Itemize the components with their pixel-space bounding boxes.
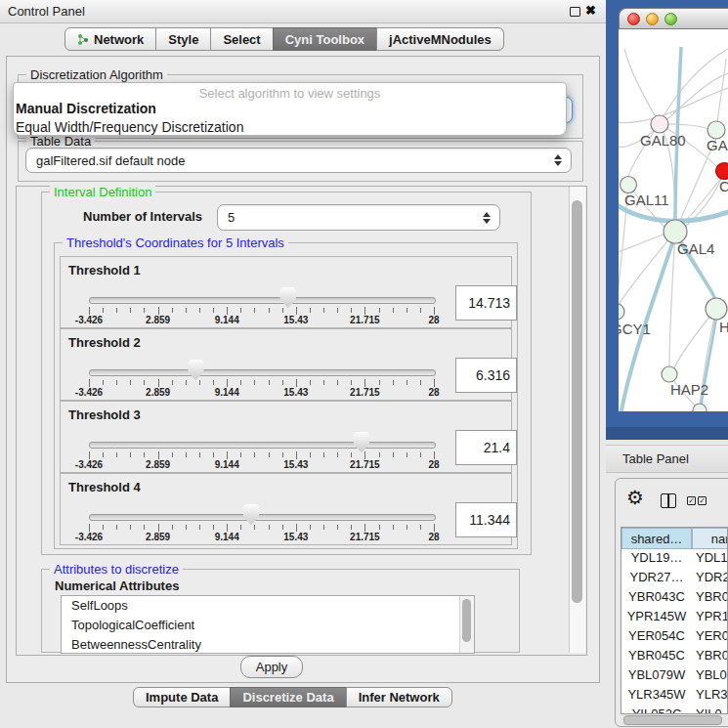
slider-tick-label: 15.43 (283, 387, 308, 398)
table-row[interactable]: YBR043CYBR0 (621, 589, 728, 609)
threshold-value-field[interactable]: 21.4 (455, 430, 517, 465)
slider-tick-label: 2.859 (146, 315, 170, 325)
slider-tick (337, 308, 338, 313)
minimize-button[interactable] (646, 13, 659, 25)
table-row[interactable]: YIL052CYIL0 (621, 707, 728, 714)
slider-tick-label: 9.144 (215, 532, 239, 542)
tab-network[interactable]: Network (64, 27, 156, 51)
network-canvas[interactable]: GAL80GALCGAL11GAL4GCY1HHAP2 (619, 29, 728, 411)
checkbox-icon[interactable]: ✓ (687, 496, 696, 505)
dropdown-placeholder: Select algorithm to view settings (14, 86, 566, 101)
attribute-item-selfloops[interactable]: SelfLoops (62, 596, 474, 616)
float-window-icon[interactable] (570, 7, 580, 17)
table-panel-titlebar: Table Panel (606, 445, 728, 473)
tab-label: Impute Data (146, 690, 218, 705)
column-header-name[interactable]: name (692, 528, 728, 549)
tab-jactivemnodules[interactable]: jActiveMNodules (376, 27, 504, 51)
horizontal-scrollbar[interactable] (621, 714, 727, 725)
vertical-scrollbar[interactable] (569, 187, 585, 653)
node-gal80[interactable] (651, 115, 668, 133)
slider-tick (393, 380, 394, 385)
network-edge (619, 88, 728, 123)
slider-handle[interactable] (353, 432, 369, 452)
columns-icon[interactable] (661, 493, 676, 508)
network-view-window[interactable]: GAL80GALCGAL11GAL4GCY1HHAP2 (606, 0, 728, 440)
table-row[interactable]: YER054CYER0 (621, 628, 728, 648)
slider-tick (254, 452, 255, 457)
scrollbar-thumb[interactable] (462, 599, 471, 642)
table-data-combobox[interactable]: galFiltered.sif default node (25, 148, 572, 173)
node-gal11[interactable] (621, 177, 637, 193)
slider-handle[interactable] (188, 360, 204, 380)
slider-handle[interactable] (242, 504, 259, 525)
slider-tick (379, 308, 380, 313)
top-tab-bar: NetworkStyleSelectCyni ToolboxjActiveMNo… (64, 27, 504, 51)
tab-infer-network[interactable]: Infer Network (346, 687, 452, 707)
numerical-attributes-list[interactable]: SelfLoopsTopologicalCoefficientBetweenne… (61, 595, 475, 654)
apply-button-label: Apply (256, 660, 288, 674)
table-row[interactable]: YDL19…YDL1 (621, 550, 728, 570)
panel-title: Control Panel (8, 4, 85, 19)
dropdown-option-equal-width-frequency-discretization[interactable]: Equal Width/Frequency Discretization (16, 118, 564, 137)
table-row[interactable]: YPR145WYPR1 (621, 609, 728, 628)
slider-tick (393, 308, 394, 313)
attribute-item-topologicalcoefficient[interactable]: TopologicalCoefficient (62, 616, 474, 635)
scrollbar-thumb[interactable] (572, 200, 582, 603)
tab-discretize-data[interactable]: Discretize Data (230, 687, 346, 707)
table-data-value: galFiltered.sif default node (36, 149, 185, 172)
gear-icon[interactable]: ⚙ (626, 488, 644, 507)
threshold-value-field[interactable]: 6.316 (455, 358, 517, 393)
table-row[interactable]: YBR045CYBR0 (621, 648, 728, 667)
node-hap2[interactable] (662, 366, 677, 382)
column-header-shared-name[interactable]: shared… (621, 528, 692, 549)
slider-track[interactable] (89, 442, 436, 449)
checkbox-icon[interactable]: ✓ (698, 496, 707, 505)
slider-tick-label: 28 (428, 459, 439, 470)
network-edge (716, 59, 726, 130)
table-row[interactable]: YBL079WYBL0 (621, 667, 728, 687)
numerical-attributes-label: Numerical Attributes (55, 578, 179, 593)
apply-button[interactable]: Apply (240, 656, 303, 678)
attribute-items: SelfLoopsTopologicalCoefficientBetweenne… (62, 596, 474, 654)
attributes-scrollbar[interactable] (459, 596, 474, 653)
slider-track[interactable] (89, 369, 436, 376)
tab-cyni-toolbox[interactable]: Cyni Toolbox (273, 27, 377, 51)
threshold-value-field[interactable]: 11.344 (455, 502, 517, 537)
network-window-titlebar[interactable] (619, 8, 728, 29)
node-c[interactable] (716, 163, 728, 180)
slider-tick (213, 452, 214, 457)
control-panel: Control Panel ✖ NetworkStyleSelectCyni T… (0, 0, 606, 728)
threshold-value-field[interactable]: 14.713 (455, 285, 517, 321)
slider-tick (240, 452, 241, 457)
node-gcy1[interactable] (619, 304, 624, 320)
node-h[interactable] (706, 298, 727, 320)
slider-tick (158, 379, 159, 387)
cell-name: YLR3 (696, 687, 728, 702)
slider-tick (282, 525, 283, 530)
table-row[interactable]: YLR345WYLR3 (621, 687, 728, 707)
cell-shared-name: YDR27… (621, 570, 692, 584)
dropdown-option-manual-discretization[interactable]: Manual Discretization (16, 100, 564, 118)
slider-tick (103, 525, 104, 530)
scrollbar-thumb[interactable] (623, 715, 722, 725)
slider-handle[interactable] (279, 287, 296, 308)
tab-select[interactable]: Select (210, 27, 273, 51)
tab-label: Discretize Data (242, 690, 333, 705)
tab-impute-data[interactable]: Impute Data (133, 687, 231, 707)
tab-style[interactable]: Style (155, 27, 211, 51)
zoom-button[interactable] (664, 13, 677, 25)
group-label: Discretization Algorithm (26, 67, 167, 82)
slider-tick (186, 380, 187, 385)
slider-track[interactable] (89, 297, 436, 304)
close-button[interactable] (627, 13, 640, 25)
close-icon[interactable]: ✖ (585, 3, 596, 18)
slider-tick-label: 21.715 (350, 315, 380, 325)
attribute-item-betweennesscentrality[interactable]: BetweennessCentrality (62, 635, 474, 654)
node-unlabeled[interactable] (693, 404, 707, 411)
slider-tick (351, 452, 352, 457)
slider-tick-label: 21.715 (350, 387, 380, 398)
table-row[interactable]: YDR27…YDR2 (621, 570, 728, 589)
slider-tick (364, 524, 365, 532)
slider-track[interactable] (89, 514, 436, 521)
num-intervals-spinner[interactable]: 5 (217, 204, 500, 231)
